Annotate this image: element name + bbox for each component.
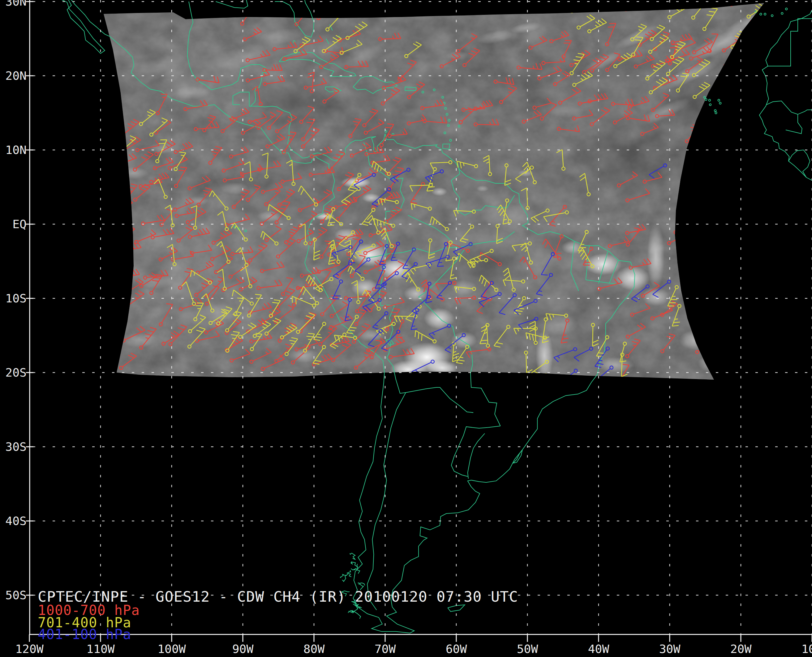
lon-label-50W: 50W: [517, 642, 538, 656]
wind-barb: [711, 0, 734, 7]
wind-barb: [716, 129, 739, 141]
lon-label-90W: 90W: [232, 642, 254, 656]
lat-label-30N: 30N: [5, 0, 26, 8]
lon-label-60W: 60W: [446, 642, 467, 656]
lat-label-20S: 20S: [5, 366, 26, 379]
legend-label-high: 401-100 hPa: [38, 626, 131, 642]
lat-label-10S: 10S: [5, 291, 26, 305]
wind-barb: [119, 226, 135, 242]
wind-barb: [706, 338, 723, 355]
lat-label-EQ: EQ: [12, 217, 26, 231]
wind-barb: [733, 188, 748, 208]
wind-barb: [747, 72, 766, 82]
lat-label-20N: 20N: [5, 69, 26, 83]
wind-barb: [694, 153, 716, 169]
wind-barb: [689, 278, 709, 290]
lon-label-10W: 10W: [801, 642, 812, 656]
wind-barb: [684, 210, 703, 230]
wind-barb: [742, 34, 761, 49]
wind-barb: [748, 51, 762, 73]
lon-label-70W: 70W: [375, 642, 396, 656]
lon-label-40W: 40W: [588, 642, 609, 656]
lon-label-110W: 110W: [86, 642, 115, 656]
wind-barb: [728, 70, 747, 86]
wind-barb: [361, 0, 374, 14]
wind-barb: [118, 200, 133, 218]
wind-barb: [689, 260, 704, 277]
wind-barb: [700, 272, 707, 292]
wind-barb: [749, 113, 765, 128]
wind-barb: [540, 380, 550, 403]
wind-barb: [115, 156, 125, 174]
wind-barb: [543, 374, 550, 396]
wind-barb: [674, 213, 688, 234]
wind-barb: [717, 276, 740, 290]
lat-label-50S: 50S: [5, 588, 26, 602]
lon-label-30W: 30W: [659, 642, 681, 656]
wind-barb: [317, 0, 326, 20]
wind-barb: [751, 54, 773, 64]
wind-barb: [512, 374, 532, 391]
lon-label-80W: 80W: [304, 642, 325, 656]
wind-barb: [708, 327, 726, 344]
wind-barb: [686, 171, 706, 182]
legend-item-high-level: 401-100 hPa: [38, 626, 131, 642]
lon-label-100W: 100W: [157, 642, 186, 656]
lon-label-20W: 20W: [730, 642, 752, 656]
wind-barb: [724, 147, 748, 159]
wind-barb: [707, 190, 727, 207]
lat-label-10N: 10N: [5, 143, 26, 157]
satellite-wind-map: 30N20N10NEQ10S20S30S40S50S120W110W100W90…: [0, 0, 812, 657]
wind-barb: [695, 164, 706, 187]
wind-barb: [743, 40, 768, 46]
wind-barb: [467, 376, 480, 393]
wind-barb: [385, 0, 399, 15]
lon-label-120W: 120W: [15, 642, 44, 656]
wind-barb: [739, 131, 751, 148]
weather-map-svg: 30N20N10NEQ10S20S30S40S50S120W110W100W90…: [0, 0, 812, 657]
lat-label-40S: 40S: [5, 514, 26, 528]
wind-barb: [419, 378, 432, 395]
lat-label-30S: 30S: [5, 440, 26, 453]
wind-barb: [708, 255, 720, 274]
